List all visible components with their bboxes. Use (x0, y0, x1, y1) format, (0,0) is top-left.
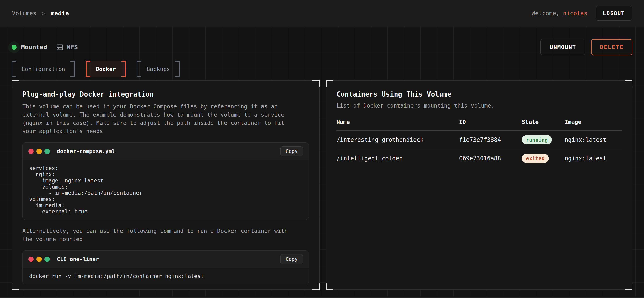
state-cell: exited (522, 154, 565, 163)
state-cell: running (522, 135, 565, 145)
containers-panel-title: Containers Using This Volume (336, 90, 622, 98)
cli-code-content: docker run -v im-media:/path/in/containe… (22, 268, 308, 284)
corner-mark (326, 283, 333, 290)
red-dot-icon (28, 257, 34, 262)
amber-dot-icon (36, 149, 42, 154)
compose-filename: docker-compose.yml (57, 148, 115, 154)
table-row: /intelligent_colden 069e73016a88 exited … (336, 149, 622, 167)
breadcrumb-volumes-link[interactable]: Volumes (12, 10, 36, 17)
corner-mark (626, 80, 632, 87)
welcome-text: Welcome, nicolas (532, 10, 587, 17)
docker-panel-title: Plug-and-play Docker integration (22, 90, 309, 98)
table-row: /interesting_grothendieck f1e73e7f3884 r… (336, 131, 622, 149)
containers-table: Name ID State Image /interesting_grothen… (336, 119, 622, 167)
cli-intro-text: Alternatively, you can use the following… (22, 227, 297, 243)
container-image: nginx:latest (565, 155, 622, 162)
compose-code-header: docker-compose.yml Copy (22, 143, 308, 160)
delete-button[interactable]: DELETE (591, 39, 632, 55)
breadcrumb-current-volume: media (51, 10, 69, 17)
corner-mark (312, 80, 320, 87)
container-id: 069e73016a88 (459, 155, 522, 162)
tab-backups[interactable]: Backups (136, 61, 180, 77)
chevron-right-icon: > (42, 10, 46, 17)
docker-panel-description: This volume can be used in your Docker C… (22, 102, 297, 135)
bottom-strip (0, 297, 644, 298)
username-text: nicolas (563, 10, 587, 17)
traffic-light-icons (28, 149, 50, 154)
breadcrumb: Volumes > media (12, 10, 69, 17)
corner-mark (312, 283, 320, 290)
welcome-prefix: Welcome, (532, 10, 563, 17)
unmount-button[interactable]: UNMOUNT (540, 39, 586, 55)
docker-integration-panel: Plug-and-play Docker integration This vo… (12, 80, 320, 290)
tab-docker[interactable]: Docker (86, 61, 126, 77)
cli-code-block: CLI one-liner Copy docker run -v im-medi… (22, 250, 309, 284)
tab-bar: Configuration Docker Backups (12, 61, 632, 77)
copy-compose-button[interactable]: Copy (280, 146, 303, 156)
logout-button[interactable]: LOGOUT (596, 6, 632, 21)
compose-code-content: services: nginx: image: nginx:latest vol… (22, 160, 308, 220)
status-badge: exited (522, 154, 549, 163)
mounted-status-dot (12, 45, 16, 50)
container-name: /intelligent_colden (336, 155, 459, 162)
corner-mark (12, 283, 18, 290)
status-row: Mounted NFS UNMOUNT DELETE (12, 27, 632, 55)
status-badge: running (522, 135, 552, 145)
red-dot-icon (28, 149, 34, 154)
fs-type-label: NFS (66, 43, 78, 51)
server-icon (56, 43, 64, 51)
traffic-light-icons (28, 257, 50, 262)
cli-filename: CLI one-liner (57, 256, 99, 262)
compose-code-block: docker-compose.yml Copy services: nginx:… (22, 143, 309, 220)
top-header: Volumes > media Welcome, nicolas LOGOUT (0, 0, 644, 27)
column-header-id: ID (459, 119, 522, 125)
corner-mark (12, 80, 18, 87)
filesystem-type: NFS (56, 43, 78, 51)
green-dot-icon (44, 149, 50, 154)
table-header-row: Name ID State Image (336, 119, 622, 131)
copy-cli-button[interactable]: Copy (280, 254, 303, 264)
corner-mark (326, 80, 333, 87)
column-header-image: Image (565, 119, 622, 125)
mount-status-label: Mounted (21, 43, 47, 51)
column-header-name: Name (336, 119, 459, 125)
container-id: f1e73e7f3884 (459, 137, 522, 143)
containers-panel: Containers Using This Volume List of Doc… (326, 80, 632, 290)
green-dot-icon (44, 257, 50, 262)
column-header-state: State (522, 119, 565, 125)
container-name: /interesting_grothendieck (336, 137, 459, 143)
amber-dot-icon (36, 257, 42, 262)
container-image: nginx:latest (565, 137, 622, 143)
tab-configuration[interactable]: Configuration (12, 61, 75, 77)
containers-panel-subtitle: List of Docker containers mounting this … (336, 102, 622, 109)
main-content: Mounted NFS UNMOUNT DELETE Configuration (0, 27, 644, 298)
cli-code-header: CLI one-liner Copy (22, 251, 308, 268)
corner-mark (626, 283, 632, 290)
